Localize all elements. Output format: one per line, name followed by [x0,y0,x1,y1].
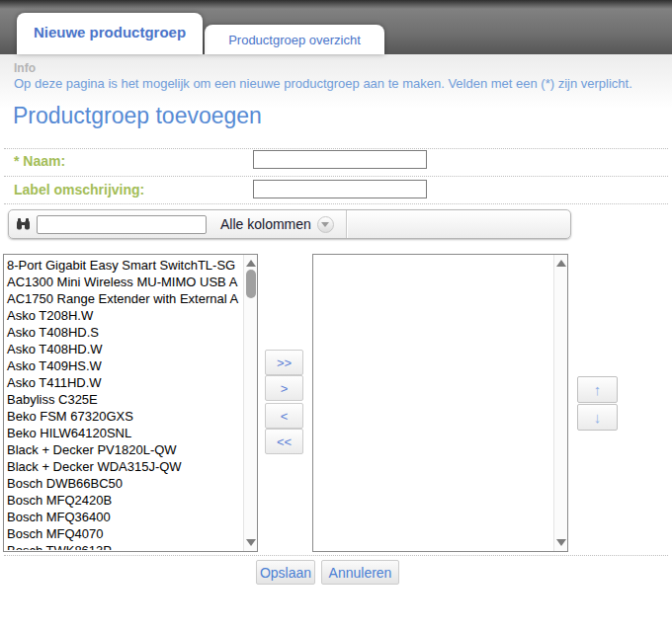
new-productgroup-page: Nieuwe productgroep Productgroep overzic… [0,0,672,632]
list-item[interactable]: Beko HILW64120SNL [7,425,242,441]
info-text: Op deze pagina is het mogelijk om een ni… [14,76,666,91]
move-right-button[interactable]: > [265,375,303,401]
list-item[interactable]: Asko T408HD.S [7,324,242,341]
chevron-down-icon [321,222,329,227]
list-item[interactable]: Asko T408HD.W [7,341,242,357]
binoculars-icon [17,218,30,230]
scroll-down-icon[interactable] [246,539,256,546]
list-item[interactable]: Black + Decker PV1820L-QW [7,441,242,458]
toolbar-separator [346,210,347,238]
list-item[interactable]: Asko T411HD.W [7,374,242,391]
column-dropdown-button[interactable] [317,216,334,233]
scrollbar[interactable] [553,255,567,551]
tab-label: Productgroep overzicht [228,33,361,47]
label-description-label: Label omschrijving: [14,182,144,198]
list-item[interactable]: Asko T409HS.W [7,357,242,374]
list-item[interactable]: Bosch MFQ36400 [7,509,242,525]
search-toolbar: Alle kolommen [8,209,571,239]
column-selector-label[interactable]: Alle kolommen [220,216,311,232]
move-left-button[interactable]: < [265,403,303,429]
scrollbar[interactable] [243,255,257,551]
list-item[interactable]: AC1750 Range Extender with External A [7,290,242,307]
move-down-button[interactable]: ↓ [577,404,618,431]
available-products-list[interactable]: 8-Port Gigabit Easy Smart SwitchTL-SG AC… [3,254,258,552]
list-item[interactable]: AC1300 Mini Wireless MU-MIMO USB A [7,274,242,290]
search-input[interactable] [37,215,207,234]
cancel-button[interactable]: Annuleren [321,560,399,585]
move-up-button[interactable]: ↑ [577,376,618,403]
label-description-field[interactable] [253,180,427,198]
list-item[interactable]: Bosch MFQ2420B [7,492,242,509]
page-title: Productgroep toevoegen [13,103,262,129]
divider [4,148,668,149]
list-item[interactable]: Bosch MFQ4070 [7,525,242,542]
list-item[interactable]: 8-Port Gigabit Easy Smart SwitchTL-SG [7,257,242,274]
save-button[interactable]: Opslaan [256,560,315,585]
move-all-right-button[interactable]: >> [265,350,303,375]
tab-label: Nieuwe productgroep [34,24,186,40]
selected-products-list[interactable] [312,254,568,552]
scrollbar-thumb[interactable] [246,270,256,298]
name-label: * Naam: [14,153,65,169]
list-item[interactable]: Beko FSM 67320GXS [7,408,242,425]
name-field[interactable] [253,150,427,169]
list-item[interactable]: Asko T208H.W [7,307,242,324]
info-heading: Info [14,61,36,75]
divider [4,555,668,556]
tab-nieuwe-productgroep[interactable]: Nieuwe productgroep [17,13,203,54]
list-item[interactable]: Babyliss C325E [7,391,242,408]
tab-productgroep-overzicht[interactable]: Productgroep overzicht [205,25,384,54]
divider [4,203,668,204]
move-all-left-button[interactable]: << [265,429,303,454]
scroll-up-icon[interactable] [246,260,256,267]
divider [4,176,668,177]
scroll-up-icon[interactable] [556,260,566,267]
list-item[interactable]: Bosch TWK8613P [7,542,242,550]
scroll-down-icon[interactable] [556,539,566,546]
list-item[interactable]: Bosch DWB66BC50 [7,475,242,492]
list-item[interactable]: Black + Decker WDA315J-QW [7,458,242,475]
